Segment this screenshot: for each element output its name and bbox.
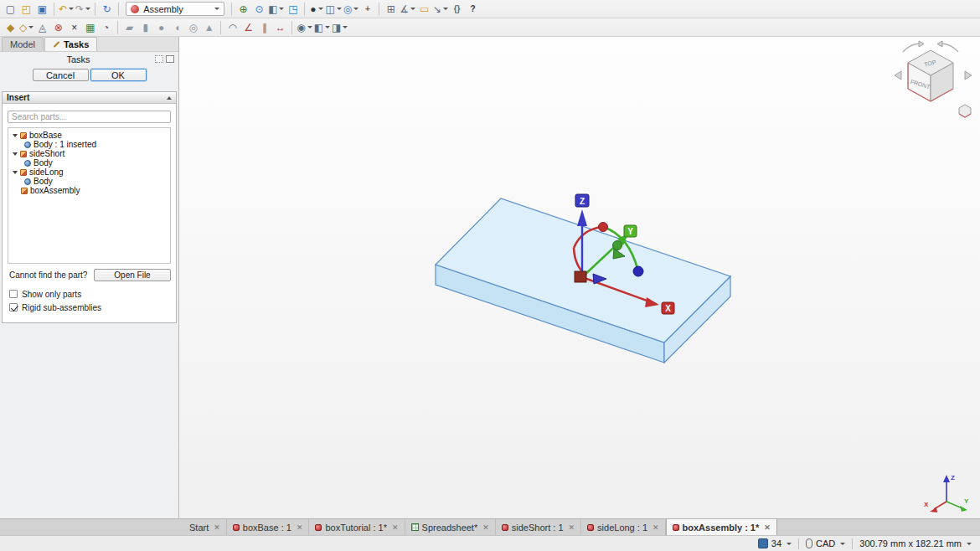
whats-this-button[interactable]: ? (465, 2, 481, 17)
tree-item-sideshort-body[interactable]: Body (8, 158, 170, 167)
refresh-button[interactable]: ↻ (99, 2, 115, 17)
gizmo-red-sphere[interactable] (599, 223, 608, 232)
touch-navigation-button[interactable]: + (359, 2, 375, 17)
navcube-rotate-left-arrow[interactable] (895, 71, 901, 80)
navcube-rotate-right-arrow[interactable] (965, 71, 972, 80)
nav-style-selector[interactable]: CAD (806, 538, 845, 548)
cancel-button[interactable]: Cancel (33, 69, 89, 81)
dimension-indicator[interactable]: 300.79 mm x 182.21 mm (859, 538, 972, 548)
new-document-icon: ▢ (6, 3, 15, 16)
ok-button[interactable]: OK (90, 69, 147, 81)
joint-slider-button[interactable]: ◧ (313, 20, 331, 35)
gizmo-z-arrowhead[interactable] (577, 209, 587, 226)
measure-icon: ∡ (400, 3, 409, 16)
dock-panel-icon[interactable] (166, 55, 174, 63)
checkbox-checked-icon[interactable] (9, 303, 18, 312)
new-group-button[interactable]: ▭ (416, 2, 432, 17)
primitive-cone-button[interactable]: ▲ (201, 20, 217, 35)
gizmo-blue-sphere[interactable] (633, 266, 643, 276)
options-icon: ◔ (103, 21, 109, 34)
doc-tab-sideshort[interactable]: sideShort : 1 ✕ (496, 519, 581, 535)
zoom-in-button[interactable]: ⊕ (235, 2, 251, 17)
tree-item-boxbase[interactable]: boxBase (8, 131, 170, 140)
workbench-selector[interactable]: Assembly (126, 2, 224, 16)
axonometric-view-button[interactable]: ◧ (267, 2, 285, 17)
primitive-torus-button[interactable]: ◎ (185, 20, 201, 35)
doc-tab-start[interactable]: Start ✕ (183, 519, 227, 535)
expander-icon[interactable] (13, 152, 18, 156)
close-tab-icon[interactable]: ✕ (569, 523, 575, 532)
solve-assembly-button[interactable]: ◬ (34, 20, 50, 35)
draw-style-button[interactable]: ● (308, 2, 324, 17)
part-icon (21, 188, 28, 194)
doc-tab-spreadsheet[interactable]: Spreadsheet* ✕ (405, 519, 496, 535)
joint-cylindrical-button[interactable]: ∥ (256, 20, 272, 35)
tree-item-sidelong-body[interactable]: Body (8, 177, 170, 186)
expander-icon[interactable] (13, 171, 18, 174)
close-tab-icon[interactable]: ✕ (764, 523, 771, 532)
joint-ball-button[interactable]: ◉ (296, 20, 312, 35)
expression-button[interactable]: {} (449, 2, 465, 17)
primitive-cube-button[interactable]: ▰ (121, 20, 137, 35)
view-position-button[interactable]: ◫ (324, 2, 342, 17)
joint-fixed-button[interactable]: ◠ (224, 20, 240, 35)
cylinder-primitive-icon: ▮ (142, 21, 148, 34)
close-tab-icon[interactable]: ✕ (652, 523, 659, 532)
doc-tab-sidelong[interactable]: sideLong : 1 ✕ (581, 519, 665, 535)
navcube-roll-left-arrow[interactable] (903, 44, 919, 52)
link-navigate-button[interactable]: ⊞ (383, 2, 399, 17)
undo-button[interactable]: ↶ (58, 2, 75, 17)
expander-icon[interactable] (13, 134, 18, 137)
doc-tab-boxassembly[interactable]: boxAssembly : 1* ✕ (666, 519, 777, 535)
close-tab-icon[interactable]: ✕ (482, 523, 489, 532)
primitive-ellipsoid-button[interactable]: ◖ (169, 20, 185, 35)
gizmo-origin-cube[interactable] (575, 271, 586, 282)
new-document-button[interactable]: ▢ (3, 2, 18, 17)
tab-tasks[interactable]: Tasks (44, 37, 97, 51)
close-tab-icon[interactable]: ✕ (392, 523, 399, 532)
joint-more-button[interactable]: ◨ (331, 20, 348, 35)
float-panel-icon[interactable] (155, 55, 163, 63)
save-document-button[interactable]: ▣ (34, 2, 50, 17)
joint-revolute-button[interactable]: ∠ (240, 20, 256, 35)
rigid-sub-assemblies-option[interactable]: Rigid sub-assemblies (8, 301, 171, 314)
viewport-3d[interactable]: Z Y X TOP FRONT (179, 37, 980, 518)
create-assembly-button[interactable]: ◆ (3, 20, 18, 35)
bill-of-materials-button[interactable]: ▦ (82, 20, 98, 35)
joint-distance-button[interactable]: ↔ (272, 20, 288, 35)
open-file-button[interactable]: Open File (94, 269, 171, 281)
primitive-cylinder-button[interactable]: ▮ (137, 20, 153, 35)
search-parts-input[interactable] (8, 111, 171, 123)
show-only-parts-option[interactable]: Show only parts (8, 287, 171, 301)
tree-item-boxassembly[interactable]: boxAssembly (8, 186, 170, 195)
export-button[interactable]: ↘ (432, 2, 449, 17)
insert-component-button[interactable]: ◇ (18, 20, 34, 35)
doc-tab-boxbase[interactable]: boxBase : 1 ✕ (227, 519, 310, 535)
toggle-grounded-button[interactable]: ⊗ (50, 20, 66, 35)
measure-button[interactable]: ∡ (399, 2, 416, 17)
tree-item-sidelong[interactable]: sideLong (8, 167, 170, 177)
zoom-selection-button[interactable]: ◎ (343, 2, 359, 17)
redo-button[interactable]: ↷ (75, 2, 91, 17)
exploded-view-button[interactable]: × (66, 20, 82, 35)
close-tab-icon[interactable]: ✕ (214, 523, 220, 532)
navcube-roll-left-arrowhead[interactable] (919, 41, 924, 47)
navigation-cube[interactable]: TOP FRONT (891, 40, 975, 124)
tree-item-sideshort[interactable]: sideShort (8, 149, 170, 158)
navcube-roll-right-arrowhead[interactable] (937, 41, 942, 47)
tree-item-boxbase-body[interactable]: Body : 1 inserted (8, 140, 170, 149)
fit-all-button[interactable]: ◳ (285, 2, 301, 17)
gizmo-green-sphere[interactable] (613, 241, 622, 250)
assembly-options-button[interactable]: ◔ (98, 20, 114, 35)
checkbox-unchecked-icon[interactable] (9, 290, 18, 298)
doc-tab-boxtutorial[interactable]: boxTutorial : 1* ✕ (309, 519, 405, 535)
zoom-fit-button[interactable]: ⊙ (251, 2, 267, 17)
open-document-button[interactable]: ◰ (18, 2, 34, 17)
navcube-roll-right-arrow[interactable] (942, 44, 958, 52)
primitive-sphere-button[interactable]: ● (153, 20, 169, 35)
insert-section-header[interactable]: Insert (3, 92, 176, 104)
tab-model[interactable]: Model (2, 37, 44, 51)
aa-samples-selector[interactable]: 34 (758, 538, 792, 548)
close-tab-icon[interactable]: ✕ (297, 523, 303, 532)
distance-joint-icon: ↔ (276, 21, 286, 34)
